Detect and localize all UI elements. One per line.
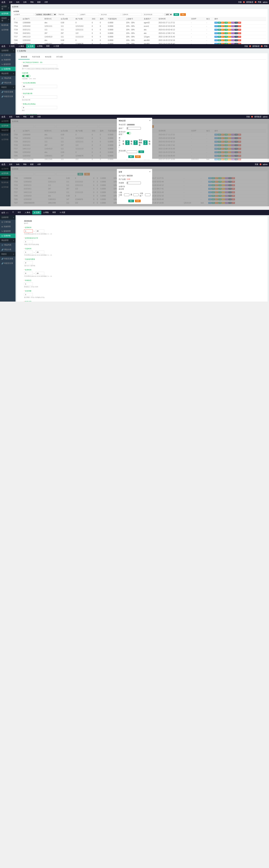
send-count-input[interactable] xyxy=(22,95,57,99)
profit-input[interactable] xyxy=(127,127,141,130)
withdraw-to-input[interactable] xyxy=(35,229,44,232)
sidebar-product-mgmt[interactable]: 商品管理∨ xyxy=(0,238,16,243)
nav-home[interactable]: 首页 xyxy=(7,115,14,119)
sidebar-product-cat[interactable]: 🔗 商品分类 xyxy=(0,247,16,252)
act-delete[interactable]: 卸载 xyxy=(238,36,241,38)
nav-help[interactable]: 帮助 xyxy=(22,115,28,119)
sidebar-withdraw-mgmt[interactable]: ✎ 提现管理 xyxy=(0,62,16,67)
top-recharge[interactable]: 充值 xyxy=(238,1,242,3)
nav-agent[interactable]: ① 代理 xyxy=(58,211,67,214)
act-delete[interactable]: 卸载 xyxy=(238,29,241,31)
search-agent[interactable] xyxy=(79,13,99,16)
tab-wallet[interactable]: 钱包设置 xyxy=(42,55,54,59)
top-closed[interactable]: 闭盘 xyxy=(258,1,261,3)
sidebar-cancel-list[interactable]: 取消列表 xyxy=(0,23,10,28)
recharge-channel-input[interactable] xyxy=(24,261,33,265)
nav-home[interactable]: 首页 xyxy=(16,211,23,214)
grab-to-input[interactable] xyxy=(35,272,44,275)
act-order[interactable]: 订单 xyxy=(231,36,234,38)
nav-role[interactable]: 人 角色 xyxy=(17,44,26,48)
large-input[interactable] xyxy=(145,193,150,196)
act-order[interactable]: 订单 xyxy=(231,25,234,27)
small-input2[interactable] xyxy=(133,193,139,196)
modal2-ok[interactable]: 确定 xyxy=(128,199,134,202)
act-setup[interactable]: 设置 xyxy=(214,36,218,38)
sidebar-review-mgmt[interactable]: 审核管理∨ xyxy=(0,16,10,23)
nav-config[interactable]: 配置 xyxy=(44,44,51,48)
act-account[interactable]: 账户 xyxy=(221,32,225,34)
daily-limit-input[interactable] xyxy=(22,85,57,88)
sidebar-order-list[interactable]: ☰ 订单列表 xyxy=(0,53,16,58)
act-order[interactable]: 订单 xyxy=(231,22,234,24)
daily-profit-toggle[interactable] xyxy=(22,75,26,77)
sidebar-product-mgmt[interactable]: 商品管理∨ xyxy=(0,71,16,76)
top-withdraw[interactable]: 提现返还 xyxy=(252,45,260,48)
nav-help[interactable]: ⊡ 帮助 xyxy=(35,44,44,48)
act-setup[interactable]: 设置 xyxy=(214,39,218,41)
tab-other[interactable]: 其它设置 xyxy=(54,55,65,59)
act-order[interactable]: 订单 xyxy=(231,29,234,31)
sidebar-recharge-mgmt[interactable]: ⊕ 充值管理 xyxy=(0,58,16,62)
search-date-start[interactable] xyxy=(122,13,142,16)
order-amt-input[interactable] xyxy=(127,182,141,184)
nav-home[interactable]: 首页 xyxy=(7,0,14,4)
grab-from-input[interactable] xyxy=(24,272,33,275)
act-balance[interactable]: 余额 xyxy=(225,29,228,31)
opt-phone[interactable]: 电话随机派 xyxy=(139,139,142,146)
top-closed[interactable]: 闭盘 xyxy=(264,45,268,48)
sidebar-order-list[interactable]: ☰ 订单列表 xyxy=(0,220,16,224)
nav-agent[interactable]: ① 代理 xyxy=(52,44,61,48)
act-edit[interactable]: 编辑 xyxy=(218,29,221,31)
act-bank[interactable]: 银行 xyxy=(228,32,231,34)
nav-agent[interactable]: 代理 xyxy=(36,115,42,119)
act-log[interactable]: 日志 xyxy=(235,25,238,27)
sidebar-trade-ctrl[interactable]: ⊙ 交易控制 xyxy=(0,234,16,238)
act-log[interactable]: 日志 xyxy=(235,29,238,31)
daily-profit-toggle2[interactable] xyxy=(26,75,30,77)
nav-role[interactable]: 角色 xyxy=(14,0,21,4)
sidebar-member-list[interactable]: 会员列表 xyxy=(0,11,10,16)
modal2-cancel[interactable]: 取消 xyxy=(135,199,141,202)
export-btn[interactable]: 导出 xyxy=(180,13,186,16)
top-recharge[interactable]: 充值 xyxy=(244,45,248,48)
nav-trade[interactable]: ⊕ 交易 xyxy=(32,211,41,214)
act-setup[interactable]: 设置 xyxy=(214,25,218,27)
sidebar-product-list[interactable]: 🛒 商品列表 xyxy=(0,243,16,247)
order-wait-input[interactable] xyxy=(22,64,57,67)
send-amt-input[interactable] xyxy=(127,150,137,153)
act-balance[interactable]: 余额 xyxy=(225,32,228,34)
mall-status-input[interactable] xyxy=(24,282,33,285)
act-delete[interactable]: 卸载 xyxy=(238,32,241,34)
sidebar-lixibao-rec[interactable]: 🔗 利息宝记录 xyxy=(0,94,16,99)
withdraw-from-input[interactable] xyxy=(24,229,33,232)
sidebar-lixibao[interactable]: 利息宝∨ xyxy=(0,252,16,256)
sidebar-product-cat[interactable]: 🔗 商品分类 xyxy=(0,81,16,85)
act-account[interactable]: 账户 xyxy=(221,22,225,24)
act-balance[interactable]: 余额 xyxy=(225,36,228,38)
search-status[interactable]: 会员状态：新注/在售/订… xyxy=(35,13,57,16)
act-delete[interactable]: 卸载 xyxy=(238,39,241,41)
act-bank[interactable]: 银行 xyxy=(228,25,231,27)
search-remark[interactable] xyxy=(100,13,121,16)
opt-sms[interactable]: 短信 xyxy=(149,140,150,145)
act-edit[interactable]: 编辑 xyxy=(218,36,221,38)
act-order[interactable]: 订单 xyxy=(231,32,234,34)
act-setup[interactable]: 设置 xyxy=(214,22,218,24)
allow-withdraw-toggle[interactable] xyxy=(127,132,131,134)
sidebar-lixibao[interactable]: 利息宝∨ xyxy=(0,85,16,90)
modal-ok[interactable]: 确定 xyxy=(128,155,134,158)
act-balance[interactable]: 余额 xyxy=(225,22,228,24)
act-log[interactable]: 日志 xyxy=(235,36,238,38)
act-bank[interactable]: 银行 xyxy=(228,22,231,24)
sidebar-trade-mgmt[interactable]: 交易管理∨ xyxy=(0,48,16,53)
sidebar-member-mgmt[interactable]: 会员管理∨ xyxy=(0,4,10,11)
act-bank[interactable]: 银行 xyxy=(228,29,231,31)
act-bank[interactable]: 银行 xyxy=(228,39,231,41)
nav-agent[interactable]: 代理 xyxy=(43,0,50,4)
sidebar-withdraw-mgmt[interactable]: ✎ 提现管理 xyxy=(0,229,16,234)
withdraw-wallet-input[interactable] xyxy=(24,240,33,243)
recharge-from-input[interactable] xyxy=(24,251,33,254)
act-account[interactable]: 账户 xyxy=(221,29,225,31)
direct-fee-input[interactable] xyxy=(22,106,57,109)
act-setup[interactable]: 设置 xyxy=(214,32,218,34)
